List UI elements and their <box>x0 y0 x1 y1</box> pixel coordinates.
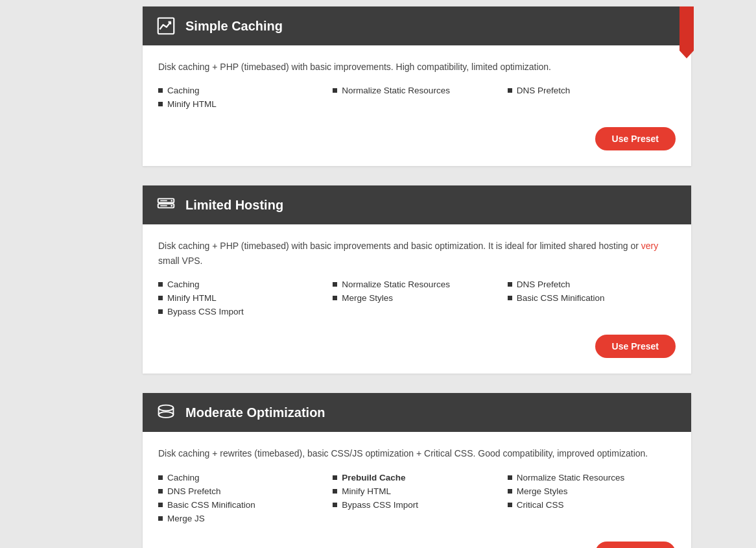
use-preset-button-limited-hosting[interactable]: Use Preset <box>595 335 676 358</box>
preset-title-moderate-optimization: Moderate Optimization <box>185 405 325 420</box>
feature-minify-lh: Minify HTML <box>158 293 326 303</box>
page-wrapper: Simple Caching Disk caching + PHP (timeb… <box>0 0 756 548</box>
bullet-icon <box>333 88 337 93</box>
feature-label: Merge Styles <box>517 486 568 496</box>
bullet-icon <box>158 309 163 314</box>
preset-header-simple-caching: Simple Caching <box>143 6 691 45</box>
very-link[interactable]: very <box>641 241 658 251</box>
feature-minify-html: Minify HTML <box>158 99 326 109</box>
feature-prebuild-mo: Prebuild Cache <box>333 473 501 482</box>
bullet-icon <box>508 489 512 494</box>
feature-label: Basic CSS Minification <box>167 500 255 510</box>
bullet-icon <box>158 282 163 287</box>
features-grid-simple-caching: Caching Normalize Static Resources DNS P… <box>158 86 676 109</box>
bullet-icon <box>333 296 337 300</box>
feature-label: Merge JS <box>167 514 205 523</box>
bullet-icon <box>333 503 337 507</box>
svg-point-4 <box>171 205 172 207</box>
preset-body-limited-hosting: Disk caching + PHP (timebased) with basi… <box>143 224 691 374</box>
feature-label: Prebuild Cache <box>342 473 405 482</box>
feature-basic-css-mo: Basic CSS Minification <box>158 500 326 510</box>
feature-merge-styles-lh: Merge Styles <box>333 293 501 303</box>
feature-label: Bypass CSS Import <box>167 307 244 316</box>
feature-label: Bypass CSS Import <box>342 500 418 510</box>
btn-row-moderate-optimization: Use Preset <box>158 535 676 548</box>
bullet-icon <box>158 503 163 507</box>
feature-label: Critical CSS <box>517 500 564 510</box>
use-preset-button-moderate-optimization[interactable]: Use Preset <box>595 542 676 548</box>
feature-merge-js-mo: Merge JS <box>158 514 326 523</box>
bullet-icon <box>508 282 512 287</box>
features-grid-moderate-optimization: Caching Prebuild Cache Normalize Static … <box>158 473 676 523</box>
bullet-icon <box>333 475 337 480</box>
preset-card-moderate-optimization: Moderate Optimization Disk caching + rew… <box>143 393 691 548</box>
feature-label: Minify HTML <box>167 293 217 303</box>
preset-card-simple-caching: Simple Caching Disk caching + PHP (timeb… <box>143 6 691 166</box>
bullet-icon <box>333 489 337 494</box>
feature-label: DNS Prefetch <box>517 86 571 95</box>
feature-caching-mo: Caching <box>158 473 326 482</box>
use-preset-button-simple-caching[interactable]: Use Preset <box>595 127 676 150</box>
bullet-icon <box>158 102 163 106</box>
feature-label: Merge Styles <box>342 293 393 303</box>
feature-dns-prefetch: DNS Prefetch <box>508 86 676 95</box>
svg-point-3 <box>171 200 172 202</box>
feature-label: Caching <box>167 280 200 289</box>
feature-normalize-mo: Normalize Static Resources <box>508 473 676 482</box>
server-icon <box>156 195 176 215</box>
preset-header-moderate-optimization: Moderate Optimization <box>143 393 691 432</box>
preset-description-limited-hosting: Disk caching + PHP (timebased) with basi… <box>158 239 676 268</box>
feature-label: Minify HTML <box>167 99 217 109</box>
feature-label: Caching <box>167 86 200 95</box>
feature-label: DNS Prefetch <box>517 280 571 289</box>
bullet-icon <box>508 88 512 93</box>
feature-critical-mo: Critical CSS <box>508 500 676 510</box>
svg-point-10 <box>159 412 174 418</box>
bullet-icon <box>508 503 512 507</box>
feature-label: Normalize Static Resources <box>517 473 625 482</box>
feature-dns-mo: DNS Prefetch <box>158 486 326 496</box>
feature-label: DNS Prefetch <box>167 486 221 496</box>
preset-card-limited-hosting: Limited Hosting Disk caching + PHP (time… <box>143 185 691 374</box>
preset-body-simple-caching: Disk caching + PHP (timebased) with basi… <box>143 45 691 166</box>
preset-title-simple-caching: Simple Caching <box>185 19 283 34</box>
feature-normalize-lh: Normalize Static Resources <box>333 280 501 289</box>
btn-row-limited-hosting: Use Preset <box>158 328 676 361</box>
feature-label: Minify HTML <box>342 486 391 496</box>
feature-bypass-lh: Bypass CSS Import <box>158 307 326 316</box>
feature-minify-mo: Minify HTML <box>333 486 501 496</box>
feature-label: Basic CSS Minification <box>517 293 605 303</box>
feature-caching: Caching <box>158 86 326 95</box>
preset-header-limited-hosting: Limited Hosting <box>143 185 691 224</box>
server2-icon <box>156 402 176 423</box>
bullet-icon <box>508 296 512 300</box>
preset-body-moderate-optimization: Disk caching + rewrites (timebased), bas… <box>143 432 691 548</box>
feature-merge-styles-mo: Merge Styles <box>508 486 676 496</box>
bullet-icon <box>158 489 163 494</box>
svg-point-7 <box>159 405 174 411</box>
preset-description-moderate-optimization: Disk caching + rewrites (timebased), bas… <box>158 446 676 460</box>
bullet-icon <box>508 475 512 480</box>
feature-label: Normalize Static Resources <box>342 280 450 289</box>
bullet-icon <box>158 296 163 300</box>
feature-caching-lh: Caching <box>158 280 326 289</box>
preset-title-limited-hosting: Limited Hosting <box>185 198 283 213</box>
features-grid-limited-hosting: Caching Normalize Static Resources DNS P… <box>158 280 676 316</box>
btn-row-simple-caching: Use Preset <box>158 121 676 153</box>
bullet-icon <box>158 88 163 93</box>
chart-up-icon <box>156 16 176 36</box>
feature-label: Normalize Static Resources <box>342 86 450 95</box>
feature-bypass-mo: Bypass CSS Import <box>333 500 501 510</box>
feature-label: Caching <box>167 473 200 482</box>
feature-basic-css-lh: Basic CSS Minification <box>508 293 676 303</box>
bookmark-ribbon <box>679 6 694 58</box>
feature-normalize-static: Normalize Static Resources <box>333 86 501 95</box>
bullet-icon <box>333 282 337 287</box>
feature-dns-lh: DNS Prefetch <box>508 280 676 289</box>
bullet-icon <box>158 516 163 521</box>
preset-description-simple-caching: Disk caching + PHP (timebased) with basi… <box>158 60 676 74</box>
bullet-icon <box>158 475 163 480</box>
